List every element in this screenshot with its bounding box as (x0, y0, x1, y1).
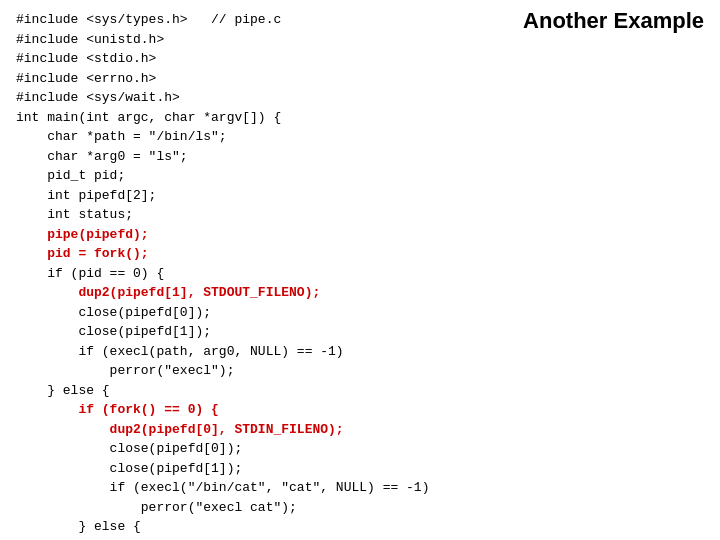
code-line: close(pipefd[0]); (16, 537, 504, 541)
code-line: int status; (16, 205, 504, 225)
code-line: if (execl(path, arg0, NULL) == -1) (16, 342, 504, 362)
code-line: pipe(pipefd); (16, 225, 504, 245)
code-line: close(pipefd[0]); (16, 439, 504, 459)
code-line: #include <sys/wait.h> (16, 88, 504, 108)
code-line: char *arg0 = "ls"; (16, 147, 504, 167)
code-line: if (execl("/bin/cat", "cat", NULL) == -1… (16, 478, 504, 498)
code-line: #include <stdio.h> (16, 49, 504, 69)
code-line: } else { (16, 381, 504, 401)
code-line: if (pid == 0) { (16, 264, 504, 284)
code-line: close(pipefd[1]); (16, 459, 504, 479)
code-line: pid_t pid; (16, 166, 504, 186)
code-line: dup2(pipefd[1], STDOUT_FILENO); (16, 283, 504, 303)
page-container: Another Example #include <sys/types.h> /… (0, 0, 720, 540)
code-line: pid = fork(); (16, 244, 504, 264)
code-line: close(pipefd[0]); (16, 303, 504, 323)
code-line: perror("execl"); (16, 361, 504, 381)
page-title: Another Example (507, 0, 720, 42)
code-line: char *path = "/bin/ls"; (16, 127, 504, 147)
code-line: #include <errno.h> (16, 69, 504, 89)
code-line: #include <sys/types.h> // pipe.c (16, 10, 504, 30)
code-line: int main(int argc, char *argv[]) { (16, 108, 504, 128)
code-line: close(pipefd[1]); (16, 322, 504, 342)
code-line: perror("execl cat"); (16, 498, 504, 518)
code-line: if (fork() == 0) { (16, 400, 504, 420)
code-line: } else { (16, 517, 504, 537)
code-line: dup2(pipefd[0], STDIN_FILENO); (16, 420, 504, 440)
code-line: int pipefd[2]; (16, 186, 504, 206)
code-block: #include <sys/types.h> // pipe.c#include… (0, 0, 520, 540)
code-line: #include <unistd.h> (16, 30, 504, 50)
